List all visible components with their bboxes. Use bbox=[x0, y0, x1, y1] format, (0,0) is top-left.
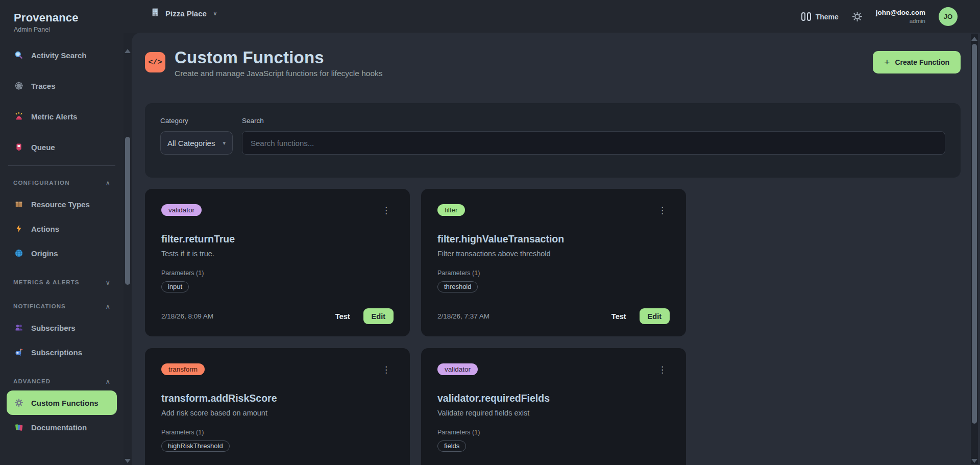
sidebar-section-advanced[interactable]: ADVANCED ∧ bbox=[7, 374, 117, 388]
sidebar-item-label: Activity Search bbox=[31, 51, 86, 60]
sidebar-section-notifications[interactable]: NOTIFICATIONS ∧ bbox=[7, 299, 117, 313]
mailbox-icon bbox=[13, 348, 24, 357]
main-panel: </> Custom Functions Create and manage J… bbox=[132, 33, 980, 465]
scroll-up-arrow[interactable] bbox=[125, 49, 131, 53]
function-card: validator ⋮ filter.returnTrue Tests if i… bbox=[145, 189, 410, 336]
function-card: validator ⋮ validator.requiredFields Val… bbox=[421, 348, 686, 465]
sidebar-item-label: Traces bbox=[31, 82, 56, 90]
sidebar-item-label: Resource Types bbox=[31, 200, 90, 209]
function-card: transform ⋮ transform.addRiskScore Add r… bbox=[145, 348, 410, 465]
sidebar-item-activity-search[interactable]: Activity Search bbox=[7, 43, 117, 67]
category-badge: validator bbox=[161, 204, 202, 216]
sidebar-item-queue[interactable]: Queue bbox=[7, 135, 117, 159]
test-button[interactable]: Test bbox=[611, 312, 626, 321]
function-description: Tests if it is true. bbox=[161, 250, 394, 258]
books-icon bbox=[13, 423, 24, 432]
chevron-up-icon: ∧ bbox=[105, 378, 110, 385]
sidebar-scrollbar bbox=[124, 49, 131, 464]
sidebar-divider bbox=[8, 165, 115, 166]
sidebar-scrollbar-thumb[interactable] bbox=[125, 137, 130, 285]
settings-gear-icon[interactable] bbox=[852, 11, 863, 22]
kebab-menu-icon[interactable]: ⋮ bbox=[658, 365, 667, 374]
category-label: Category bbox=[160, 117, 233, 125]
function-name: transform.addRiskScore bbox=[161, 393, 394, 404]
sidebar-item-label: Actions bbox=[31, 225, 59, 233]
page-title: Custom Functions bbox=[175, 48, 383, 67]
sidebar-item-label: Subscriptions bbox=[31, 348, 82, 357]
org-name: Pizza Place bbox=[165, 9, 207, 18]
brand-subtitle: Admin Panel bbox=[14, 26, 124, 33]
function-card: filter ⋮ filter.highValueTransaction Fil… bbox=[421, 189, 686, 336]
theme-toggle[interactable]: Theme bbox=[801, 12, 839, 21]
magnifier-icon bbox=[13, 51, 24, 60]
sidebar-item-label: Queue bbox=[31, 143, 55, 152]
package-icon bbox=[13, 200, 24, 209]
sidebar-item-label: Subscribers bbox=[31, 324, 76, 332]
main-scrollbar bbox=[971, 34, 978, 464]
scroll-down-arrow[interactable] bbox=[971, 459, 977, 463]
postbox-icon bbox=[13, 142, 24, 152]
caret-down-icon: ▾ bbox=[223, 140, 226, 146]
sidebar: Provenance Admin Panel Activity Search T… bbox=[0, 0, 124, 465]
sidebar-section-metrics-alerts[interactable]: METRICS & ALERTS ∨ bbox=[7, 275, 117, 289]
updated-timestamp: 2/18/26, 8:09 AM bbox=[161, 312, 213, 320]
org-switcher[interactable]: Pizza Place ∨ bbox=[150, 7, 217, 19]
sidebar-item-origins[interactable]: Origins bbox=[7, 241, 117, 265]
edit-button[interactable]: Edit bbox=[640, 308, 670, 324]
sidebar-item-traces[interactable]: Traces bbox=[7, 74, 117, 98]
chevron-down-icon: ∨ bbox=[213, 10, 217, 17]
sidebar-item-subscriptions[interactable]: Subscriptions bbox=[7, 340, 117, 364]
filter-bar: Category All Categories ▾ Search bbox=[145, 103, 961, 178]
parameter-pill: threshold bbox=[437, 281, 478, 292]
theme-columns-icon bbox=[801, 12, 811, 21]
scroll-up-arrow[interactable] bbox=[971, 37, 977, 41]
sidebar-item-actions[interactable]: Actions bbox=[7, 216, 117, 241]
sidebar-item-label: Metric Alerts bbox=[31, 112, 77, 121]
category-value: All Categories bbox=[167, 139, 215, 148]
create-function-button[interactable]: + Create Function bbox=[873, 51, 961, 74]
brand: Provenance Admin Panel bbox=[0, 0, 124, 33]
sidebar-item-resource-types[interactable]: Resource Types bbox=[7, 192, 117, 216]
gear-icon bbox=[13, 398, 24, 407]
parameter-pill: fields bbox=[437, 440, 466, 452]
user-role: admin bbox=[876, 17, 925, 25]
parameters-label: Parameters (1) bbox=[161, 270, 394, 277]
sidebar-item-metric-alerts[interactable]: Metric Alerts bbox=[7, 104, 117, 129]
people-icon bbox=[13, 323, 24, 332]
function-description: Validate required fields exist bbox=[437, 409, 670, 417]
spider-web-icon bbox=[13, 81, 24, 90]
sidebar-item-custom-functions[interactable]: Custom Functions bbox=[7, 390, 117, 415]
function-name: filter.highValueTransaction bbox=[437, 233, 670, 245]
category-badge: filter bbox=[437, 204, 465, 216]
parameter-pill: highRiskThreshold bbox=[161, 440, 230, 452]
brand-name: Provenance bbox=[14, 11, 124, 25]
avatar[interactable]: JO bbox=[939, 7, 958, 26]
building-icon bbox=[150, 7, 160, 19]
sidebar-item-label: Documentation bbox=[31, 423, 87, 432]
sidebar-item-documentation[interactable]: Documentation bbox=[7, 415, 117, 439]
parameters-label: Parameters (1) bbox=[161, 429, 394, 436]
sidebar-nav: Activity Search Traces Metric Alerts bbox=[0, 43, 124, 439]
kebab-menu-icon[interactable]: ⋮ bbox=[658, 206, 667, 215]
sidebar-item-label: Custom Functions bbox=[31, 399, 99, 407]
main-scrollbar-thumb[interactable] bbox=[972, 44, 977, 424]
user-info: john@doe.com admin bbox=[876, 9, 925, 25]
updated-timestamp: 2/18/26, 7:37 AM bbox=[437, 312, 489, 320]
chevron-up-icon: ∧ bbox=[105, 179, 110, 187]
sidebar-section-configuration[interactable]: CONFIGURATION ∧ bbox=[7, 176, 117, 190]
code-icon: </> bbox=[145, 52, 165, 72]
function-description: Add risk score based on amount bbox=[161, 409, 394, 417]
siren-icon bbox=[13, 112, 24, 121]
edit-button[interactable]: Edit bbox=[363, 308, 394, 324]
search-input[interactable] bbox=[242, 131, 945, 155]
test-button[interactable]: Test bbox=[335, 312, 350, 321]
scroll-down-arrow[interactable] bbox=[125, 459, 131, 463]
kebab-menu-icon[interactable]: ⋮ bbox=[382, 206, 390, 215]
kebab-menu-icon[interactable]: ⋮ bbox=[382, 365, 390, 374]
sidebar-item-label: Origins bbox=[31, 249, 58, 258]
sidebar-item-subscribers[interactable]: Subscribers bbox=[7, 315, 117, 340]
lightning-icon bbox=[13, 224, 24, 233]
function-cards-grid: validator ⋮ filter.returnTrue Tests if i… bbox=[145, 189, 961, 465]
category-dropdown[interactable]: All Categories ▾ bbox=[160, 131, 233, 155]
chevron-up-icon: ∧ bbox=[105, 303, 110, 310]
